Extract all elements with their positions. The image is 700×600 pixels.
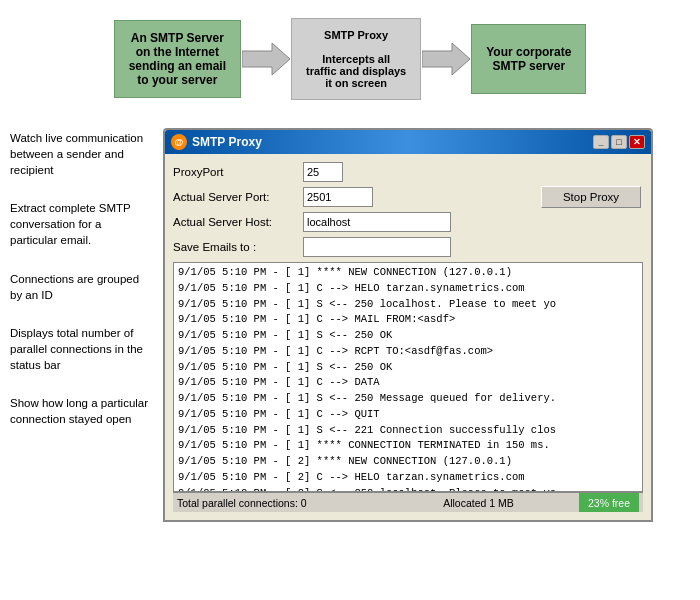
sidebar-item-2: Extract complete SMTP conversation for a… [10,200,150,248]
actual-server-host-input[interactable] [303,212,451,232]
maximize-button[interactable]: □ [611,135,627,149]
sidebar-item-3: Connections are grouped by an ID [10,271,150,303]
log-line: 9/1/05 5:10 PM - [ 1] S <-- 221 Connecti… [178,423,638,439]
diagram-box-sender: An SMTP Server on the Internet sending a… [114,20,241,98]
log-line: 9/1/05 5:10 PM - [ 1] C --> RCPT TO:<asd… [178,344,638,360]
stop-proxy-button[interactable]: Stop Proxy [541,186,641,208]
log-line: 9/1/05 5:10 PM - [ 1] S <-- 250 Message … [178,391,638,407]
window-icon: @ [171,134,187,150]
log-line: 9/1/05 5:10 PM - [ 1] **** CONNECTION TE… [178,438,638,454]
arrow-2 [421,39,471,79]
save-emails-label: Save Emails to : [173,241,303,253]
minimize-button[interactable]: _ [593,135,609,149]
window-titlebar: @ SMTP Proxy _ □ ✕ [165,130,651,154]
log-line: 9/1/05 5:10 PM - [ 1] C --> HELO tarzan.… [178,281,638,297]
log-line: 9/1/05 5:10 PM - [ 1] S <-- 250 OK [178,328,638,344]
save-emails-input[interactable] [303,237,451,257]
diagram-box-proxy: SMTP Proxy Intercepts all traffic and di… [291,18,421,100]
status-connections: Total parallel connections: 0 [177,497,378,509]
actual-server-host-row: Actual Server Host: [173,212,643,232]
close-button[interactable]: ✕ [629,135,645,149]
diagram-box-corporate: Your corporate SMTP server [471,24,586,94]
window-controls: _ □ ✕ [593,135,645,149]
log-line: 9/1/05 5:10 PM - [ 1] C --> QUIT [178,407,638,423]
svg-marker-0 [242,43,290,75]
diagram-section: An SMTP Server on the Internet sending a… [0,0,700,112]
log-line: 9/1/05 5:10 PM - [ 2] S <-- 250 localhos… [178,486,638,492]
log-line: 9/1/05 5:10 PM - [ 2] C --> HELO tarzan.… [178,470,638,486]
sidebar-item-4: Displays total number of parallel connec… [10,325,150,373]
log-container: 9/1/05 5:10 PM - [ 1] **** NEW CONNECTIO… [173,262,643,492]
svg-marker-1 [422,43,470,75]
window-body: Stop Proxy ProxyPort Actual Server Port:… [165,154,651,520]
status-memory: Allocated 1 MB [378,497,579,509]
actual-server-port-input[interactable] [303,187,373,207]
sidebar-item-5: Show how long a particular connection st… [10,395,150,427]
arrow-1 [241,39,291,79]
proxy-port-input[interactable] [303,162,343,182]
log-line: 9/1/05 5:10 PM - [ 1] C --> MAIL FROM:<a… [178,312,638,328]
log-line: 9/1/05 5:10 PM - [ 1] S <-- 250 OK [178,360,638,376]
sidebar-item-1: Watch live communication between a sende… [10,130,150,178]
actual-server-host-label: Actual Server Host: [173,216,303,228]
status-free: 23% free [579,493,639,512]
proxy-port-label: ProxyPort [173,166,303,178]
log-inner[interactable]: 9/1/05 5:10 PM - [ 1] **** NEW CONNECTIO… [174,263,642,491]
log-line: 9/1/05 5:10 PM - [ 1] C --> DATA [178,375,638,391]
log-line: 9/1/05 5:10 PM - [ 1] **** NEW CONNECTIO… [178,265,638,281]
log-line: 9/1/05 5:10 PM - [ 1] S <-- 250 localhos… [178,297,638,313]
log-line: 9/1/05 5:10 PM - [ 2] **** NEW CONNECTIO… [178,454,638,470]
actual-server-port-label: Actual Server Port: [173,191,303,203]
smtp-proxy-window: @ SMTP Proxy _ □ ✕ Stop Proxy ProxyPort … [163,128,653,522]
statusbar: Total parallel connections: 0 Allocated … [173,492,643,512]
save-emails-row: Save Emails to : [173,237,643,257]
sidebar: Watch live communication between a sende… [0,130,160,449]
window-title: SMTP Proxy [192,135,593,149]
proxy-port-row: ProxyPort [173,162,643,182]
